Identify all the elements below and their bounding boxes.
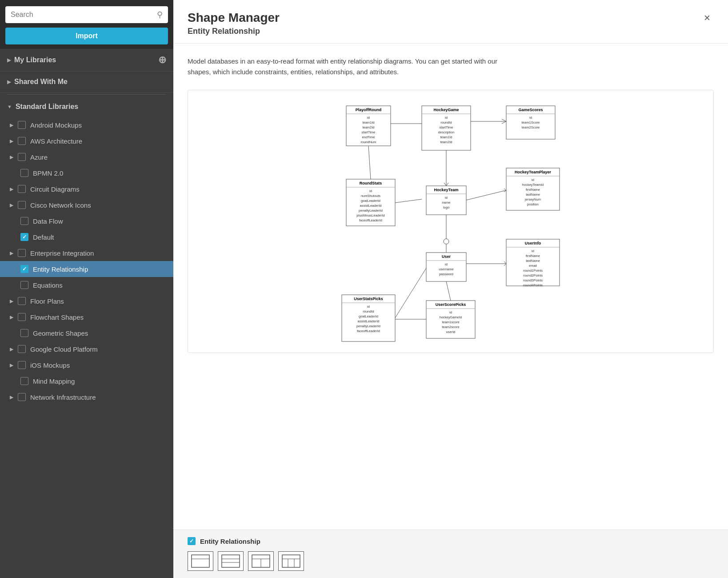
standard-libraries-header[interactable]: ▼ Standard Libraries <box>0 96 173 117</box>
svg-text:firstName: firstName <box>526 254 540 258</box>
svg-text:id: id <box>445 262 448 266</box>
svg-text:id: id <box>449 310 452 314</box>
search-box[interactable]: ⚲ <box>5 6 168 23</box>
entity-relationship-checkbox[interactable] <box>20 265 28 273</box>
cisco-network-icons-checkbox[interactable] <box>18 201 26 209</box>
my-libraries-header[interactable]: ▶ My Libraries ⊕ <box>0 49 173 72</box>
sidebar-item-flowchart-shapes[interactable]: ▶Flowchart Shapes <box>0 309 173 325</box>
flowchart-shapes-checkbox[interactable] <box>18 313 26 321</box>
svg-text:User: User <box>442 254 451 259</box>
svg-text:PlayoffRound: PlayoffRound <box>356 108 382 112</box>
geometric-shapes-checkbox[interactable] <box>20 329 28 337</box>
sidebar-item-network-infrastructure[interactable]: ▶Network Infrastructure <box>0 389 173 405</box>
search-icon: ⚲ <box>157 10 163 20</box>
svg-text:id: id <box>529 116 532 120</box>
svg-text:logo: logo <box>443 205 449 209</box>
search-input[interactable] <box>11 11 153 19</box>
sidebar-item-enterprise-integration[interactable]: ▶Enterprise Integration <box>0 245 173 261</box>
shared-with-me-label: Shared With Me <box>14 78 68 86</box>
shape-thumb-2 <box>218 551 244 571</box>
enterprise-integration-checkbox[interactable] <box>18 249 26 257</box>
sidebar-item-default[interactable]: Default <box>0 229 173 245</box>
google-cloud-platform-chevron: ▶ <box>10 346 13 352</box>
ios-mockups-checkbox[interactable] <box>18 361 26 369</box>
svg-text:HockeyGame: HockeyGame <box>433 108 459 112</box>
data-flow-label: Data Flow <box>33 217 63 225</box>
svg-text:roundId: roundId <box>440 120 452 124</box>
network-infrastructure-checkbox[interactable] <box>18 393 26 401</box>
svg-line-98 <box>504 261 506 264</box>
sidebar-top: ⚲ Import <box>0 0 173 49</box>
azure-chevron: ▶ <box>10 154 13 160</box>
bpmn-2-checkbox[interactable] <box>20 169 28 177</box>
aws-architecture-checkbox[interactable] <box>18 137 26 145</box>
sidebar-item-ios-mockups[interactable]: ▶iOS Mockups <box>0 357 173 373</box>
ios-mockups-label: iOS Mockups <box>30 361 70 369</box>
svg-text:team2Score: team2Score <box>522 125 540 129</box>
shape-thumb-3 <box>248 551 274 571</box>
azure-checkbox[interactable] <box>18 153 26 161</box>
floor-plans-checkbox[interactable] <box>18 297 26 305</box>
sidebar-item-aws-architecture[interactable]: ▶AWS Architecture <box>0 133 173 149</box>
shape-thumb-1 <box>188 551 213 571</box>
svg-text:team1score: team1score <box>442 320 459 324</box>
sidebar-item-azure[interactable]: ▶Azure <box>0 149 173 165</box>
svg-text:numShutouts: numShutouts <box>361 194 380 198</box>
svg-text:id: id <box>367 116 370 120</box>
default-checkbox[interactable] <box>20 233 28 241</box>
standard-libraries-label: Standard Libraries <box>16 103 78 111</box>
svg-text:id: id <box>532 178 534 182</box>
svg-text:HockeyTeam: HockeyTeam <box>434 188 459 192</box>
data-flow-checkbox[interactable] <box>20 217 28 225</box>
aws-architecture-label: AWS Architecture <box>30 137 82 145</box>
svg-text:UserStatsPicks: UserStatsPicks <box>354 297 383 301</box>
panel-title-area: Shape Manager Entity Relationship <box>188 11 280 36</box>
sidebar-item-entity-relationship[interactable]: Entity Relationship <box>0 261 173 277</box>
sidebar-item-circuit-diagrams[interactable]: ▶Circuit Diagrams <box>0 181 173 197</box>
sidebar-scroll: ▶ My Libraries ⊕ ▶ Shared With Me ▼ Stan… <box>0 49 173 578</box>
android-mockups-label: Android Mockups <box>30 121 82 129</box>
ios-mockups-chevron: ▶ <box>10 362 13 368</box>
my-libraries-label: My Libraries <box>14 56 56 64</box>
google-cloud-platform-checkbox[interactable] <box>18 345 26 353</box>
svg-text:startTime: startTime <box>362 130 376 134</box>
azure-label: Azure <box>30 153 48 161</box>
sidebar-item-geometric-shapes[interactable]: Geometric Shapes <box>0 325 173 341</box>
svg-text:team1Id: team1Id <box>440 135 452 139</box>
svg-text:userId: userId <box>446 330 456 334</box>
add-library-button[interactable]: ⊕ <box>158 55 166 65</box>
cisco-network-icons-chevron: ▶ <box>10 202 13 208</box>
svg-rect-103 <box>192 555 209 567</box>
svg-text:goalLeaderId: goalLeaderId <box>361 199 380 203</box>
network-infrastructure-label: Network Infrastructure <box>30 393 96 401</box>
equations-checkbox[interactable] <box>20 281 28 289</box>
svg-text:UserScorePicks: UserScorePicks <box>436 302 466 307</box>
panel-title: Shape Manager <box>188 11 280 25</box>
sidebar-item-mind-mapping[interactable]: Mind Mapping <box>0 373 173 389</box>
svg-text:id: id <box>445 196 448 200</box>
mind-mapping-checkbox[interactable] <box>20 377 28 385</box>
android-mockups-checkbox[interactable] <box>18 121 26 129</box>
svg-text:team2Id: team2Id <box>362 125 374 129</box>
flowchart-shapes-chevron: ▶ <box>10 314 13 320</box>
close-button[interactable]: × <box>700 11 714 25</box>
svg-text:id: id <box>532 249 534 253</box>
sidebar-item-floor-plans[interactable]: ▶Floor Plans <box>0 293 173 309</box>
import-button[interactable]: Import <box>5 28 168 44</box>
svg-text:round1Points: round1Points <box>523 269 543 273</box>
shared-with-me-header[interactable]: ▶ Shared With Me <box>0 72 173 92</box>
sidebar-item-cisco-network-icons[interactable]: ▶Cisco Network Icons <box>0 197 173 213</box>
svg-text:penaltyLeaderId: penaltyLeaderId <box>359 209 383 213</box>
svg-text:round4Points: round4Points <box>523 283 543 287</box>
sidebar-item-android-mockups[interactable]: ▶Android Mockups <box>0 117 173 133</box>
sidebar-item-equations[interactable]: Equations <box>0 277 173 293</box>
footer-checkbox[interactable] <box>188 537 196 545</box>
svg-text:faceoffLeaderId: faceoffLeaderId <box>357 329 380 333</box>
sidebar-item-data-flow[interactable]: Data Flow <box>0 213 173 229</box>
svg-text:name: name <box>442 201 451 205</box>
svg-line-86 <box>502 121 506 124</box>
mind-mapping-label: Mind Mapping <box>33 377 75 385</box>
sidebar-item-bpmn-2[interactable]: BPMN 2.0 <box>0 165 173 181</box>
sidebar-item-google-cloud-platform[interactable]: ▶Google Cloud Platform <box>0 341 173 357</box>
circuit-diagrams-checkbox[interactable] <box>18 185 26 193</box>
